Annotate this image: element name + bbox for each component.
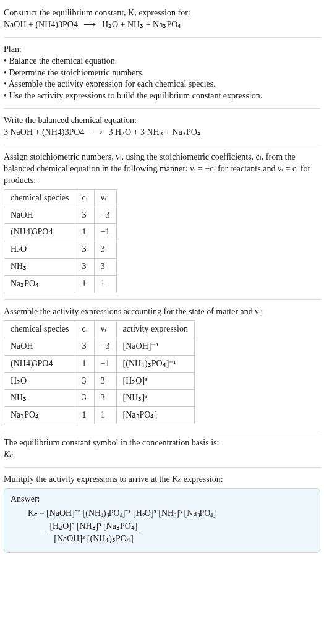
plan-item: • Use the activity expressions to build … <box>4 90 320 102</box>
intro-eq-rhs: H₂O + NH₃ + Na₃PO₄ <box>102 20 181 29</box>
arrow-icon: ⟶ <box>80 20 100 29</box>
arrow-icon: ⟶ <box>87 127 106 137</box>
table-row: NaOH 3 −3 <box>4 207 117 224</box>
cell-c: 1 <box>75 276 94 293</box>
cell-expr: [NH₃]³ <box>116 390 194 407</box>
cell-c: 1 <box>75 407 94 424</box>
cell-species: NaOH <box>4 338 75 355</box>
col-header: cᵢ <box>75 320 94 338</box>
cell-v: −1 <box>94 355 116 372</box>
symbol-line1: The equilibrium constant symbol in the c… <box>4 437 320 449</box>
assign-text: Assign stoichiometric numbers, νᵢ, using… <box>4 152 320 187</box>
cell-c: 3 <box>75 372 94 390</box>
answer-line1: K𝒸 = [NaOH]⁻³ [(NH₄)₃PO₄]⁻¹ [H₂O]³ [NH₃]… <box>11 508 313 520</box>
cell-v: 3 <box>94 241 116 259</box>
answer-box: Answer: K𝒸 = [NaOH]⁻³ [(NH₄)₃PO₄]⁻¹ [H₂O… <box>4 488 320 553</box>
cell-c: 3 <box>75 207 94 224</box>
cell-v: 3 <box>94 259 116 276</box>
cell-expr: [Na₃PO₄] <box>116 407 194 424</box>
table-row: (NH4)3PO4 1 −1 [(NH₄)₃PO₄]⁻¹ <box>4 355 195 372</box>
page-root: Construct the equilibrium constant, K, e… <box>0 0 324 564</box>
answer-label: Answer: <box>11 494 313 505</box>
cell-species: H₂O <box>4 241 75 259</box>
plan-section: Plan: • Balance the chemical equation. •… <box>4 40 320 106</box>
cell-species: Na₃PO₄ <box>4 407 75 424</box>
cell-c: 1 <box>75 355 94 372</box>
cell-species: (NH4)3PO4 <box>4 224 75 241</box>
intro-line1: Construct the equilibrium constant, K, e… <box>4 7 320 19</box>
activity-table: chemical species cᵢ νᵢ activity expressi… <box>4 320 195 424</box>
answer-frac-num: [H₂O]³ [NH₃]³ [Na₃PO₄] <box>47 521 140 533</box>
assign-table: chemical species cᵢ νᵢ NaOH 3 −3 (NH4)3P… <box>4 189 117 293</box>
cell-c: 3 <box>75 241 94 259</box>
cell-species: NH₃ <box>4 390 75 407</box>
cell-c: 3 <box>75 390 94 407</box>
plan-item: • Assemble the activity expression for e… <box>4 79 320 90</box>
cell-c: 3 <box>75 338 94 355</box>
divider <box>4 299 320 300</box>
answer-eq-prefix: = <box>40 527 47 536</box>
answer-frac-den: [NaOH]³ [(NH₄)₃PO₄] <box>47 533 140 545</box>
divider <box>4 37 320 38</box>
divider <box>4 145 320 145</box>
assign-section: Assign stoichiometric numbers, νᵢ, using… <box>4 148 320 297</box>
intro-section: Construct the equilibrium constant, K, e… <box>4 4 320 35</box>
activity-text: Assemble the activity expressions accoun… <box>4 306 320 318</box>
cell-expr: [(NH₄)₃PO₄]⁻¹ <box>116 355 194 372</box>
cell-v: 3 <box>94 390 116 407</box>
divider <box>4 108 320 109</box>
table-row: Na₃PO₄ 1 1 <box>4 276 117 293</box>
col-header: chemical species <box>4 189 75 207</box>
multiply-text: Mulitply the activity expressions to arr… <box>4 474 320 486</box>
table-header-row: chemical species cᵢ νᵢ activity expressi… <box>4 320 195 338</box>
intro-text: Construct the equilibrium constant, K, e… <box>4 8 190 17</box>
balanced-equation: 3 NaOH + (NH4)3PO4 ⟶ 3 H₂O + 3 NH₃ + Na₃… <box>4 127 320 139</box>
cell-expr: [NaOH]⁻³ <box>116 338 194 355</box>
table-row: H₂O 3 3 [H₂O]³ <box>4 372 195 390</box>
balanced-rhs: 3 H₂O + 3 NH₃ + Na₃PO₄ <box>108 127 200 137</box>
col-header: chemical species <box>4 320 75 338</box>
table-row: H₂O 3 3 <box>4 241 117 259</box>
plan-item: • Balance the chemical equation. <box>4 56 320 67</box>
table-row: NH₃ 3 3 [NH₃]³ <box>4 390 195 407</box>
plan-item: • Determine the stoichiometric numbers. <box>4 67 320 79</box>
col-header: cᵢ <box>75 189 94 207</box>
symbol-section: The equilibrium constant symbol in the c… <box>4 434 320 465</box>
cell-v: 3 <box>94 372 116 390</box>
intro-equation: NaOH + (NH4)3PO4 ⟶ H₂O + NH₃ + Na₃PO₄ <box>4 19 320 31</box>
balanced-heading: Write the balanced chemical equation: <box>4 115 320 127</box>
cell-v: −3 <box>94 338 116 355</box>
divider <box>4 467 320 468</box>
cell-c: 3 <box>75 259 94 276</box>
multiply-section: Mulitply the activity expressions to arr… <box>4 470 320 556</box>
balanced-lhs: 3 NaOH + (NH4)3PO4 <box>4 127 84 137</box>
symbol-line2: K𝒸 <box>4 449 320 461</box>
answer-fraction: [H₂O]³ [NH₃]³ [Na₃PO₄] [NaOH]³ [(NH₄)₃PO… <box>47 521 140 545</box>
table-row: Na₃PO₄ 1 1 [Na₃PO₄] <box>4 407 195 424</box>
table-header-row: chemical species cᵢ νᵢ <box>4 189 117 207</box>
table-row: (NH4)3PO4 1 −1 <box>4 224 117 241</box>
cell-v: −1 <box>94 224 116 241</box>
cell-v: 1 <box>94 276 116 293</box>
table-row: NH₃ 3 3 <box>4 259 117 276</box>
divider <box>4 431 320 431</box>
cell-c: 1 <box>75 224 94 241</box>
col-header: νᵢ <box>94 189 116 207</box>
cell-species: Na₃PO₄ <box>4 276 75 293</box>
cell-species: H₂O <box>4 372 75 390</box>
answer-line2: = [H₂O]³ [NH₃]³ [Na₃PO₄] [NaOH]³ [(NH₄)₃… <box>11 521 313 545</box>
intro-eq-lhs: NaOH + (NH4)3PO4 <box>4 20 78 29</box>
cell-expr: [H₂O]³ <box>116 372 194 390</box>
col-header: νᵢ <box>94 320 116 338</box>
cell-species: NH₃ <box>4 259 75 276</box>
balanced-section: Write the balanced chemical equation: 3 … <box>4 111 320 142</box>
table-row: NaOH 3 −3 [NaOH]⁻³ <box>4 338 195 355</box>
cell-species: (NH4)3PO4 <box>4 355 75 372</box>
activity-section: Assemble the activity expressions accoun… <box>4 303 320 428</box>
cell-v: 1 <box>94 407 116 424</box>
col-header: activity expression <box>116 320 194 338</box>
cell-species: NaOH <box>4 207 75 224</box>
cell-v: −3 <box>94 207 116 224</box>
plan-heading: Plan: <box>4 44 320 56</box>
